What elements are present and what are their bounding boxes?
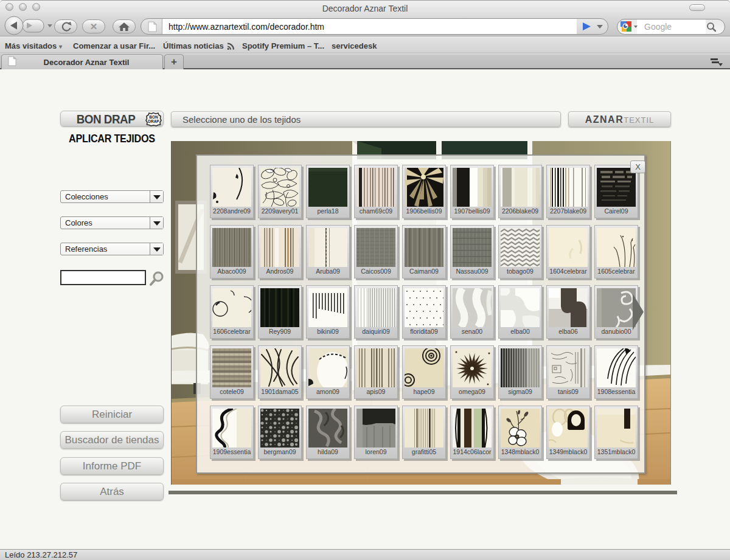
svg-text:DRAP: DRAP bbox=[148, 119, 159, 123]
svg-text:BON: BON bbox=[149, 115, 158, 119]
